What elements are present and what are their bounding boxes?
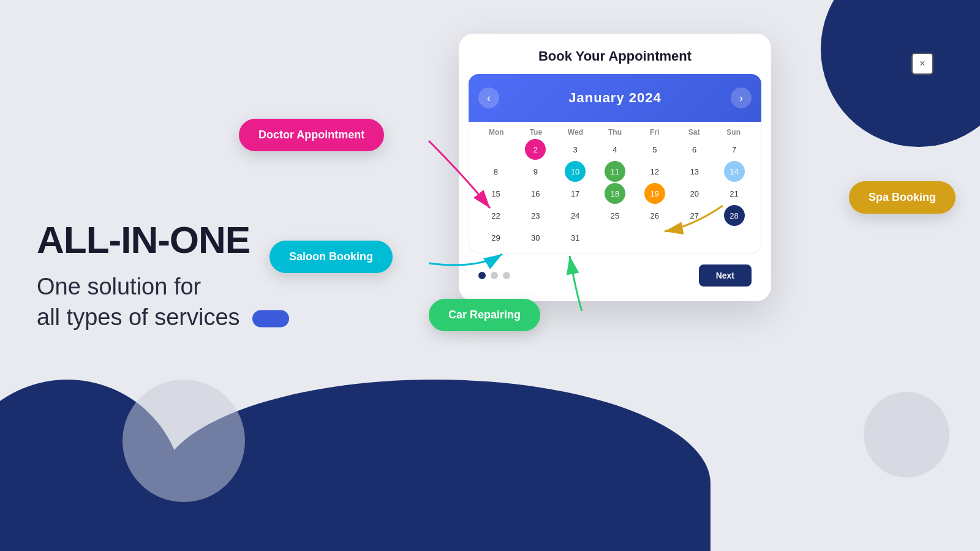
subtext-line2: all types of services xyxy=(37,304,240,329)
calendar-cell[interactable]: 21 xyxy=(724,183,745,204)
dot-1[interactable] xyxy=(478,272,486,279)
saloon-booking-tag[interactable]: Saloon Booking xyxy=(270,241,393,273)
day-sat: Sat xyxy=(674,128,714,137)
headline: ALL-IN-ONE xyxy=(37,219,289,261)
bg-shape-bottom-center xyxy=(159,380,710,551)
calendar-cell[interactable]: 16 xyxy=(525,183,546,204)
calendar-cell xyxy=(644,227,665,248)
modal-footer: Next xyxy=(459,253,771,287)
pagination-dots xyxy=(478,272,510,279)
calendar-cell[interactable]: 9 xyxy=(525,161,546,182)
calendar-cell[interactable]: 14 xyxy=(724,161,745,182)
next-month-button[interactable]: › xyxy=(731,88,752,108)
next-button[interactable]: Next xyxy=(699,264,752,287)
calendar-cell[interactable]: 17 xyxy=(565,183,586,204)
calendar-cell[interactable]: 22 xyxy=(485,205,506,226)
calendar-cell xyxy=(684,227,705,248)
subtext-line1: One solution for xyxy=(37,274,201,299)
left-section: ALL-IN-ONE One solution for all types of… xyxy=(37,219,289,332)
calendar-cell[interactable]: 23 xyxy=(525,205,546,226)
close-button[interactable]: × xyxy=(911,53,933,75)
calendar-cell[interactable]: 27 xyxy=(684,205,705,226)
calendar-month: January 2024 xyxy=(568,90,661,106)
bg-shape-mid-left xyxy=(123,380,245,502)
dot-3[interactable] xyxy=(503,272,510,279)
day-tue: Tue xyxy=(516,128,556,137)
calendar-cell xyxy=(605,227,625,248)
calendar-cell[interactable]: 11 xyxy=(605,161,625,182)
day-wed: Wed xyxy=(556,128,595,137)
calendar-cell[interactable]: 26 xyxy=(644,205,665,226)
calendar-cell[interactable]: 28 xyxy=(724,205,745,226)
calendar-cell[interactable]: 6 xyxy=(684,139,705,160)
calendar-cell xyxy=(485,139,506,160)
modal-title: Book Your Appointment xyxy=(459,34,771,74)
calendar-cell[interactable]: 19 xyxy=(644,183,665,204)
doctor-appointment-tag[interactable]: Doctor Appointment xyxy=(239,119,384,151)
bg-shape-mid-right xyxy=(864,392,949,478)
calendar-cell[interactable]: 4 xyxy=(605,139,625,160)
subtext: One solution for all types of services xyxy=(37,272,289,332)
calendar-cell[interactable]: 31 xyxy=(565,227,586,248)
calendar-header: ‹ January 2024 › xyxy=(469,74,761,122)
calendar-cell[interactable]: 18 xyxy=(605,183,625,204)
day-sun: Sun xyxy=(714,128,753,137)
calendar-cell[interactable]: 2 xyxy=(525,139,546,160)
calendar-grid: Mon Tue Wed Thu Fri Sat Sun 234567891011… xyxy=(469,122,761,253)
prev-month-button[interactable]: ‹ xyxy=(478,88,499,108)
calendar-cells: 2345678910111213141516171819202122232425… xyxy=(474,139,756,248)
calendar-cell[interactable]: 20 xyxy=(684,183,705,204)
calendar-cell[interactable]: 24 xyxy=(565,205,586,226)
calendar-cell[interactable]: 8 xyxy=(485,161,506,182)
dot-2[interactable] xyxy=(491,272,498,279)
blue-pill-decoration xyxy=(252,310,289,327)
bg-shape-top-right xyxy=(821,0,980,147)
calendar-cell[interactable]: 25 xyxy=(605,205,625,226)
day-mon: Mon xyxy=(477,128,516,137)
calendar-cell[interactable]: 15 xyxy=(485,183,506,204)
calendar-cell xyxy=(724,227,745,248)
calendar-cell[interactable]: 29 xyxy=(485,227,506,248)
day-fri: Fri xyxy=(635,128,674,137)
car-repairing-tag[interactable]: Car Repairing xyxy=(429,299,540,331)
spa-booking-tag[interactable]: Spa Booking xyxy=(849,181,956,214)
calendar-cell[interactable]: 30 xyxy=(525,227,546,248)
calendar-cell[interactable]: 5 xyxy=(644,139,665,160)
calendar-cell[interactable]: 3 xyxy=(565,139,586,160)
calendar-cell[interactable]: 7 xyxy=(724,139,745,160)
modal-card: Book Your Appointment ‹ January 2024 › M… xyxy=(459,34,771,301)
calendar-cell[interactable]: 13 xyxy=(684,161,705,182)
day-thu: Thu xyxy=(595,128,635,137)
calendar-cell[interactable]: 10 xyxy=(565,161,586,182)
calendar-cell[interactable]: 12 xyxy=(644,161,665,182)
calendar-days-header: Mon Tue Wed Thu Fri Sat Sun xyxy=(474,122,756,139)
